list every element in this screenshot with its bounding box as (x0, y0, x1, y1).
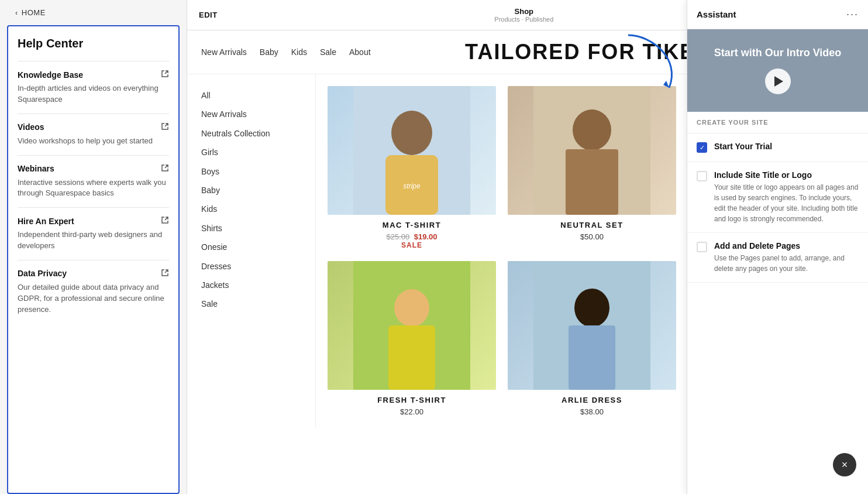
help-card-hire-expert[interactable]: Hire An Expert Independent third-party w… (18, 207, 169, 260)
help-card-webinars[interactable]: Webinars Interactive sessions where expe… (18, 155, 169, 208)
category-item-all[interactable]: All (201, 86, 301, 105)
checklist-item-content-start-trial: Start Your Trial (714, 142, 772, 153)
product-card-arlie-dress[interactable]: ARLIE DRESS $38.00 (508, 261, 676, 416)
left-panel: ‹ HOME Help Center Knowledge Base In-dep… (0, 0, 187, 494)
nav-item-sale[interactable]: Sale (320, 47, 336, 57)
category-item-baby[interactable]: Baby (201, 181, 301, 200)
nav-item-new-arrivals[interactable]: New Arrivals (201, 47, 247, 57)
checklist-item-desc-include-site-title: Your site title or logo appears on all p… (714, 182, 859, 224)
checkbox-add-delete-pages[interactable] (697, 242, 707, 252)
video-card[interactable]: Start with Our Intro Video (687, 30, 868, 112)
edit-button[interactable]: EDIT (199, 11, 218, 19)
svg-rect-14 (388, 325, 435, 390)
checklist-item-title-add-delete-pages: Add and Delete Pages (714, 241, 859, 251)
svg-rect-17 (569, 325, 615, 390)
product-name-neutral-set: NEUTRAL SET (560, 221, 623, 229)
help-card-desc-knowledge-base: In-depth articles and videos on everythi… (18, 83, 169, 105)
product-price-arlie-dress: $38.00 (580, 407, 604, 416)
product-image-arlie-dress (508, 261, 676, 390)
checklist-item-title-start-trial: Start Your Trial (714, 142, 772, 151)
product-image-neutral-set (508, 86, 676, 215)
help-card-videos[interactable]: Videos Video workshops to help you get s… (18, 114, 169, 155)
external-link-icon-videos[interactable] (161, 122, 169, 132)
product-image-mac-tshirt: stripe (328, 86, 496, 215)
svg-point-3 (391, 111, 432, 155)
back-label: HOME (22, 8, 46, 17)
close-button[interactable]: × (833, 453, 856, 476)
svg-rect-8 (566, 149, 618, 215)
category-item-onesie[interactable]: Onesie (201, 238, 301, 256)
help-card-header-data-privacy: Data Privacy (18, 269, 169, 279)
right-panel: EDIT Shop Products · Published ▦ ⧉ New A… (187, 0, 868, 494)
sale-price: $19.00 (414, 232, 438, 241)
published-label: Products · Published (494, 16, 553, 23)
help-card-knowledge-base[interactable]: Knowledge Base In-depth articles and vid… (18, 61, 169, 114)
checklist-item-title-include-site-title: Include Site Title or Logo (714, 170, 859, 180)
category-item-dresses[interactable]: Dresses (201, 257, 301, 276)
help-card-title-hire-expert: Hire An Expert (18, 217, 74, 226)
external-link-icon-webinars[interactable] (161, 164, 169, 174)
svg-point-7 (573, 109, 611, 150)
shop-label: Shop (494, 7, 553, 16)
assistant-panel: Assistant ··· Start with Our Intro Video… (687, 30, 868, 464)
nav-item-baby[interactable]: Baby (260, 47, 278, 57)
category-item-kids[interactable]: Kids (201, 200, 301, 218)
product-price-fresh-tshirt: $22.00 (400, 407, 423, 416)
product-image-fresh-tshirt (328, 261, 496, 390)
checklist-item-add-delete-pages[interactable]: Add and Delete Pages Use the Pages panel… (687, 233, 868, 283)
product-name-arlie-dress: ARLIE DRESS (562, 396, 622, 404)
help-card-header-videos: Videos (18, 122, 169, 132)
external-link-icon-data-privacy[interactable] (161, 269, 169, 279)
help-card-header-hire-expert: Hire An Expert (18, 216, 169, 226)
help-cards-container: Knowledge Base In-depth articles and vid… (18, 61, 169, 323)
help-card-title-data-privacy: Data Privacy (18, 269, 67, 278)
help-center-title: Help Center (18, 37, 169, 50)
help-card-desc-webinars: Interactive sessions where experts walk … (18, 177, 169, 200)
nav-item-kids[interactable]: Kids (291, 47, 307, 57)
checklist-item-start-trial[interactable]: Start Your Trial (687, 133, 868, 162)
product-price-mac-tshirt: $25.00 $19.00 SALE (386, 232, 437, 249)
category-item-sale[interactable]: Sale (201, 294, 301, 313)
nav-item-about[interactable]: About (349, 47, 371, 57)
create-site-label: CREATE YOUR SITE (697, 119, 859, 126)
help-card-header-webinars: Webinars (18, 164, 169, 174)
product-card-neutral-set[interactable]: NEUTRAL SET $50.00 (508, 86, 676, 249)
category-sidebar: AllNew ArrivalsNeutrals CollectionGirlsB… (187, 74, 316, 428)
play-triangle-icon (774, 76, 783, 87)
site-nav: New ArrivalsBabyKidsSaleAbout (201, 47, 371, 57)
category-item-new-arrivals[interactable]: New Arrivals (201, 105, 301, 124)
product-card-mac-tshirt[interactable]: stripe MAC T-SHIRT $25.00 $19.00 SALE (328, 86, 496, 249)
back-nav[interactable]: ‹ HOME (0, 0, 187, 25)
category-item-jackets[interactable]: Jackets (201, 276, 301, 294)
sale-badge: SALE (386, 241, 437, 249)
product-price-neutral-set: $50.00 (580, 232, 604, 241)
back-arrow-icon: ‹ (15, 8, 18, 17)
help-card-desc-videos: Video workshops to help you get started (18, 136, 169, 147)
play-button[interactable] (765, 68, 791, 94)
product-name-fresh-tshirt: FRESH T-SHIRT (377, 396, 446, 404)
product-name-mac-tshirt: MAC T-SHIRT (383, 221, 441, 229)
checklist-item-content-include-site-title: Include Site Title or Logo Your site tit… (714, 170, 859, 224)
checkbox-start-trial[interactable] (697, 142, 707, 153)
top-bar-center: Shop Products · Published (494, 7, 553, 23)
external-link-icon-knowledge-base[interactable] (161, 70, 169, 80)
help-card-data-privacy[interactable]: Data Privacy Our detailed guide about da… (18, 260, 169, 324)
help-card-title-videos: Videos (18, 122, 44, 132)
external-link-icon-hire-expert[interactable] (161, 216, 169, 226)
category-item-boys[interactable]: Boys (201, 162, 301, 181)
category-item-shirts[interactable]: Shirts (201, 219, 301, 238)
category-item-girls[interactable]: Girls (201, 143, 301, 162)
create-site-section: CREATE YOUR SITE (687, 112, 868, 133)
checklist-item-include-site-title[interactable]: Include Site Title or Logo Your site tit… (687, 162, 868, 233)
product-card-fresh-tshirt[interactable]: FRESH T-SHIRT $22.00 (328, 261, 496, 416)
category-item-neutrals-collection[interactable]: Neutrals Collection (201, 124, 301, 143)
video-title: Start with Our Intro Video (714, 47, 842, 59)
checklist-item-desc-add-delete-pages: Use the Pages panel to add, arrange, and… (714, 253, 859, 274)
help-center-box: Help Center Knowledge Base In-depth arti… (7, 25, 180, 494)
help-card-desc-hire-expert: Independent third-party web designers an… (18, 229, 169, 252)
svg-point-16 (574, 289, 609, 327)
checkbox-include-site-title[interactable] (697, 171, 707, 181)
hero-title: TAILORED FOR TIKES (465, 40, 710, 64)
checklist-container: Start Your Trial Include Site Title or L… (687, 133, 868, 283)
help-card-title-webinars: Webinars (18, 164, 54, 173)
